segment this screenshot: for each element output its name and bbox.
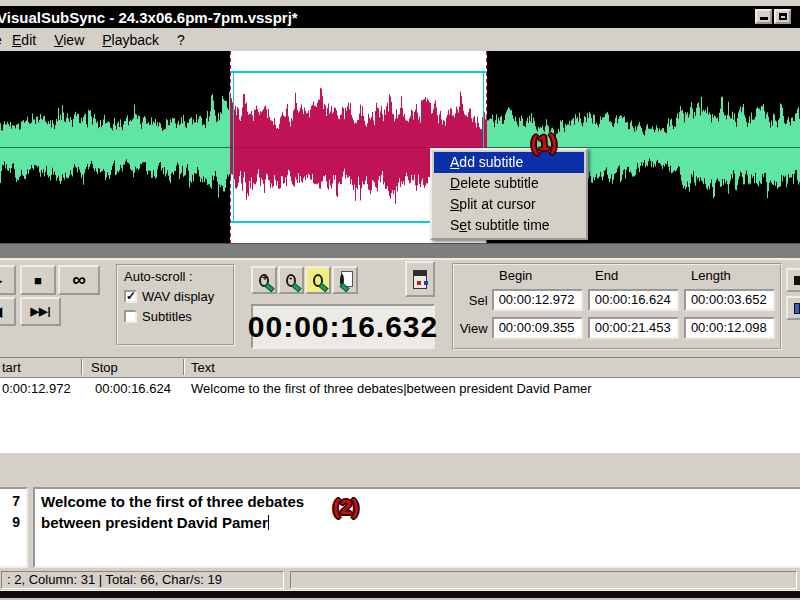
length-column-header: Length	[684, 268, 780, 283]
context-menu: Add subtitleDelete subtitleSplit at curs…	[430, 148, 588, 240]
title-bar[interactable]: VisualSubSync - 24.3x06.6pm-7pm.vssprj*	[0, 6, 800, 28]
sel-row: Sel 00:00:12.972 00:00:16.624 00:00:03.6…	[454, 289, 780, 311]
view-end-field[interactable]: 00:00:21.453	[588, 317, 679, 339]
zoom-out-icon: -	[286, 274, 296, 287]
subtitle-row-start: 0:00:12.972	[2, 381, 71, 396]
editor-line1: Welcome to the first of three debates	[41, 491, 800, 512]
maximize-icon	[779, 13, 787, 20]
subtitle-row[interactable]: 0:00:12.972 00:00:16.624 Welcome to the …	[0, 378, 800, 397]
autoscroll-group: Auto-scroll : ✓ WAV display Subtitles	[116, 264, 235, 346]
scene-edit-button[interactable]	[405, 261, 435, 297]
view-row: View 00:00:09.355 00:00:21.453 00:00:12.…	[454, 317, 780, 339]
zoom-in-icon: +	[259, 274, 269, 287]
column-divider[interactable]	[183, 359, 185, 375]
blue-icon	[794, 303, 800, 314]
menu-bar-items: EditViewPlayback?	[3, 30, 194, 50]
column-divider[interactable]	[81, 359, 83, 375]
status-panel-left: : 2, Column: 31 | Total: 66, Char/s: 19	[1, 571, 284, 589]
scene-edit-icon	[413, 270, 427, 289]
status-bar: : 2, Column: 31 | Total: 66, Char/s: 19	[0, 570, 800, 590]
menu-bar: e EditViewPlayback?	[0, 28, 800, 51]
wav-display-option[interactable]: ✓ WAV display	[124, 289, 227, 304]
stop-column-header[interactable]: Stop	[91, 360, 118, 375]
autoscroll-label: Auto-scroll :	[124, 269, 193, 284]
subtitle-text-editor[interactable]: Welcome to the first of three debates be…	[33, 487, 800, 568]
toolbar-button-clipped-2[interactable]	[786, 296, 800, 320]
application-window: VisualSubSync - 24.3x06.6pm-7pm.vssprj* …	[0, 0, 800, 600]
cursor-time-display: 00:00:16.632	[251, 304, 435, 349]
context-menu-item-split-at-cursor[interactable]: Split at cursor	[434, 194, 584, 215]
view-begin-field[interactable]: 00:00:09.355	[492, 317, 583, 339]
char-count-line1: 7	[0, 491, 20, 512]
loop-button[interactable]: ∞	[58, 265, 100, 295]
control-panel: ▶ ■ ∞ ◀ ▶▶| Auto-scroll : ✓ WAV display …	[0, 258, 800, 354]
subtitle-row-text: Welcome to the first of three debates|be…	[191, 381, 592, 396]
maximize-button[interactable]	[774, 9, 791, 24]
zoom-out-button[interactable]: -	[278, 266, 304, 294]
selection-times-headers: Begin End Length	[492, 268, 780, 283]
skip-back-icon: ◀	[0, 304, 2, 319]
subtitle-row-stop: 00:00:16.624	[95, 381, 171, 396]
window-bottom-edge	[0, 590, 800, 600]
subtitles-option[interactable]: Subtitles	[124, 309, 227, 324]
waveform-canvas[interactable]	[0, 51, 800, 243]
waveform-display[interactable]	[0, 51, 800, 243]
selection-times-panel: Begin End Length Sel 00:00:12.972 00:00:…	[452, 263, 782, 350]
view-row-label: View	[454, 321, 492, 336]
menu-item-edit[interactable]: Edit	[3, 30, 45, 50]
begin-column-header: Begin	[492, 268, 588, 283]
loop-icon: ∞	[72, 269, 86, 291]
context-menu-item-add-subtitle[interactable]: Add subtitle	[434, 152, 584, 173]
editor-line2: between president David Pamer	[41, 514, 268, 531]
play-icon: ▶	[0, 273, 2, 288]
toolbar-button-clipped-1[interactable]	[786, 268, 800, 292]
end-column-header: End	[588, 268, 684, 283]
skip-back-button[interactable]: ◀	[0, 297, 16, 326]
panel-gap	[0, 453, 800, 487]
annotation-2: (2)	[333, 495, 359, 519]
context-menu-item-delete-subtitle[interactable]: Delete subtitle	[434, 173, 584, 194]
start-column-header[interactable]: tart	[2, 360, 21, 375]
stop-icon: ■	[34, 273, 42, 288]
waveform-scrollbar[interactable]	[0, 243, 800, 258]
menu-item-help[interactable]: ?	[168, 30, 194, 50]
wav-display-checkbox[interactable]: ✓	[124, 290, 137, 303]
text-column-header[interactable]: Text	[191, 360, 215, 375]
skip-forward-icon: ▶▶|	[31, 305, 51, 318]
text-cursor	[268, 515, 269, 530]
skip-forward-button[interactable]: ▶▶|	[20, 297, 61, 326]
sel-row-label: Sel	[454, 293, 492, 308]
play-button[interactable]: ▶	[0, 265, 16, 295]
sel-end-field[interactable]: 00:00:16.624	[588, 289, 679, 311]
minimize-icon	[760, 17, 768, 20]
subtitle-list: tart Stop Text 0:00:12.972 00:00:16.624 …	[0, 357, 800, 454]
menu-item-playback[interactable]: Playback	[93, 30, 168, 50]
subtitle-list-header: tart Stop Text	[0, 358, 800, 378]
stop-button[interactable]: ■	[20, 265, 56, 295]
zoom-selection-icon	[313, 274, 323, 287]
zoom-all-button[interactable]	[332, 266, 358, 294]
status-panel-right	[290, 571, 797, 589]
sel-begin-field[interactable]: 00:00:12.972	[492, 289, 583, 311]
zoom-selection-button[interactable]	[305, 266, 331, 294]
subtitles-label: Subtitles	[142, 309, 192, 324]
char-count-line2: 9	[0, 512, 20, 533]
char-count-gutter: 7 9	[0, 487, 28, 568]
sel-length-field[interactable]: 00:00:03.652	[684, 289, 775, 311]
window-title: VisualSubSync - 24.3x06.6pm-7pm.vssprj*	[0, 9, 298, 26]
annotation-1: (1)	[530, 130, 557, 156]
wav-display-label: WAV display	[142, 289, 214, 304]
minimize-button[interactable]	[755, 9, 772, 24]
context-menu-item-set-subtitle-time[interactable]: Set subtitle time	[434, 215, 584, 236]
dark-icon	[794, 276, 800, 285]
view-length-field[interactable]: 00:00:12.098	[684, 317, 775, 339]
zoom-in-button[interactable]: +	[251, 266, 277, 294]
subtitles-checkbox[interactable]	[124, 310, 137, 323]
menu-item-view[interactable]: View	[45, 30, 93, 50]
zoom-all-icon	[340, 274, 344, 287]
